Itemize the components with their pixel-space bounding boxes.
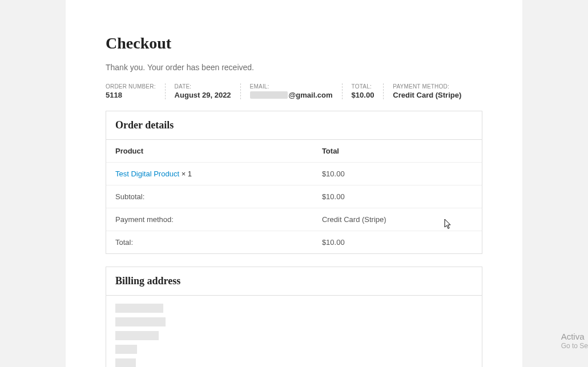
order-email-block: EMAIL: @gmail.com	[250, 83, 343, 99]
billing-address-header: Billing address	[106, 267, 482, 296]
order-total-value: $10.00	[352, 91, 374, 99]
table-row: Test Digital Product × 1 $10.00	[106, 163, 482, 185]
order-number-label: ORDER NUMBER:	[106, 83, 156, 90]
watermark-line-1: Activa	[561, 331, 588, 342]
product-qty: × 1	[182, 170, 192, 178]
windows-activation-watermark: Activa Go to Se	[561, 331, 588, 351]
payment-method-label-cell: Payment method:	[106, 208, 313, 231]
billing-address-section: Billing address nail.com	[106, 267, 482, 367]
order-details-section: Order details Product Total Test Digital…	[106, 111, 482, 254]
thank-you-message: Thank you. Your order has been received.	[106, 63, 482, 72]
order-payment-method-value: Credit Card (Stripe)	[393, 91, 461, 99]
redacted-line	[115, 345, 137, 354]
order-number-value: 5118	[106, 91, 156, 99]
order-details-heading: Order details	[115, 119, 473, 131]
checkout-page: Checkout Thank you. Your order has been …	[66, 0, 522, 367]
table-row: Subtotal: $10.00	[106, 185, 482, 208]
header-product: Product	[106, 140, 313, 163]
order-meta: ORDER NUMBER: 5118 DATE: August 29, 2022…	[106, 83, 482, 99]
order-email-label: EMAIL:	[250, 83, 333, 90]
redacted-line	[115, 358, 136, 367]
table-row: Payment method: Credit Card (Stripe)	[106, 208, 482, 231]
order-email-value: @gmail.com	[250, 91, 333, 99]
order-date-value: August 29, 2022	[175, 91, 231, 99]
total-label-cell: Total:	[106, 231, 313, 254]
order-payment-method-block: PAYMENT METHOD: Credit Card (Stripe)	[393, 83, 461, 99]
redacted-line	[115, 304, 163, 313]
order-details-table: Product Total Test Digital Product × 1 $…	[106, 140, 482, 253]
product-total-cell: $10.00	[313, 163, 482, 185]
watermark-line-2: Go to Se	[561, 342, 588, 351]
order-total-block: TOTAL: $10.00	[352, 83, 384, 99]
table-row: Total: $10.00	[106, 231, 482, 254]
order-details-header: Order details	[106, 111, 482, 140]
order-payment-method-label: PAYMENT METHOD:	[393, 83, 461, 90]
subtotal-label-cell: Subtotal:	[106, 185, 313, 208]
order-date-block: DATE: August 29, 2022	[175, 83, 241, 99]
product-cell: Test Digital Product × 1	[106, 163, 313, 185]
total-value-cell: $10.00	[313, 231, 482, 254]
subtotal-value-cell: $10.00	[313, 185, 482, 208]
product-link[interactable]: Test Digital Product	[115, 170, 179, 178]
header-total: Total	[313, 140, 482, 163]
order-date-label: DATE:	[175, 83, 231, 90]
table-header-row: Product Total	[106, 140, 482, 163]
redacted-email-prefix	[250, 91, 288, 99]
order-total-label: TOTAL:	[352, 83, 374, 90]
order-number-block: ORDER NUMBER: 5118	[106, 83, 166, 99]
payment-method-value-cell: Credit Card (Stripe)	[313, 208, 482, 231]
billing-address-heading: Billing address	[115, 275, 473, 287]
redacted-line	[115, 331, 159, 340]
billing-address-body: nail.com	[106, 296, 482, 367]
page-title: Checkout	[106, 34, 482, 53]
redacted-line	[115, 317, 166, 326]
order-email-suffix: @gmail.com	[289, 91, 333, 99]
